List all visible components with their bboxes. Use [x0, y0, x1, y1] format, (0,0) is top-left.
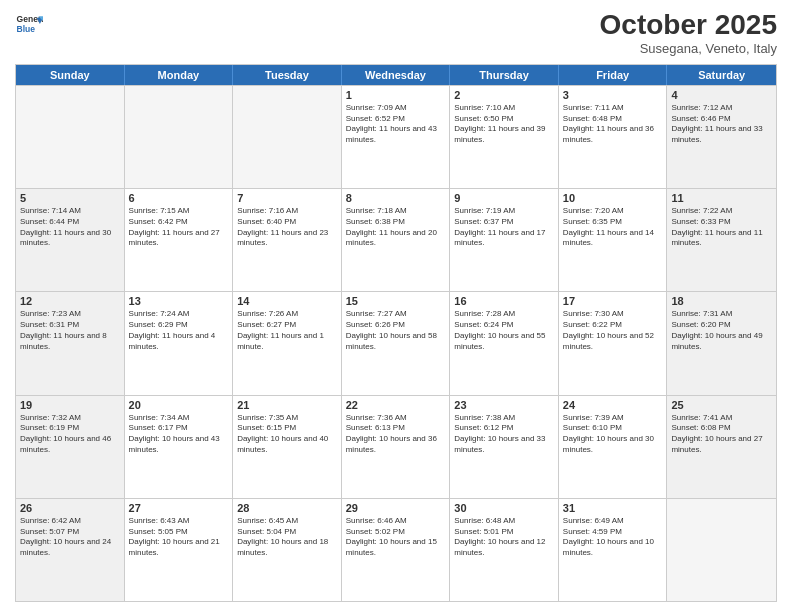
cell-info: Sunrise: 7:22 AM Sunset: 6:33 PM Dayligh…: [671, 206, 772, 249]
day-number: 11: [671, 192, 772, 204]
calendar-cell: 2Sunrise: 7:10 AM Sunset: 6:50 PM Daylig…: [450, 86, 559, 188]
calendar-cell: 18Sunrise: 7:31 AM Sunset: 6:20 PM Dayli…: [667, 292, 776, 394]
cell-info: Sunrise: 6:48 AM Sunset: 5:01 PM Dayligh…: [454, 516, 554, 559]
day-number: 18: [671, 295, 772, 307]
calendar-cell: 20Sunrise: 7:34 AM Sunset: 6:17 PM Dayli…: [125, 396, 234, 498]
day-number: 16: [454, 295, 554, 307]
calendar-cell: 28Sunrise: 6:45 AM Sunset: 5:04 PM Dayli…: [233, 499, 342, 601]
calendar-cell: 31Sunrise: 6:49 AM Sunset: 4:59 PM Dayli…: [559, 499, 668, 601]
cell-info: Sunrise: 7:28 AM Sunset: 6:24 PM Dayligh…: [454, 309, 554, 352]
weekday-header: Tuesday: [233, 65, 342, 85]
cell-info: Sunrise: 7:10 AM Sunset: 6:50 PM Dayligh…: [454, 103, 554, 146]
cell-info: Sunrise: 7:39 AM Sunset: 6:10 PM Dayligh…: [563, 413, 663, 456]
calendar-cell: [667, 499, 776, 601]
cell-info: Sunrise: 7:18 AM Sunset: 6:38 PM Dayligh…: [346, 206, 446, 249]
calendar-cell: [16, 86, 125, 188]
day-number: 25: [671, 399, 772, 411]
calendar-cell: 3Sunrise: 7:11 AM Sunset: 6:48 PM Daylig…: [559, 86, 668, 188]
calendar-cell: [233, 86, 342, 188]
location-subtitle: Susegana, Veneto, Italy: [600, 41, 777, 56]
cell-info: Sunrise: 7:09 AM Sunset: 6:52 PM Dayligh…: [346, 103, 446, 146]
day-number: 2: [454, 89, 554, 101]
calendar-cell: 21Sunrise: 7:35 AM Sunset: 6:15 PM Dayli…: [233, 396, 342, 498]
calendar-row: 19Sunrise: 7:32 AM Sunset: 6:19 PM Dayli…: [16, 395, 776, 498]
cell-info: Sunrise: 6:46 AM Sunset: 5:02 PM Dayligh…: [346, 516, 446, 559]
calendar-cell: 15Sunrise: 7:27 AM Sunset: 6:26 PM Dayli…: [342, 292, 451, 394]
cell-info: Sunrise: 7:31 AM Sunset: 6:20 PM Dayligh…: [671, 309, 772, 352]
calendar-cell: 4Sunrise: 7:12 AM Sunset: 6:46 PM Daylig…: [667, 86, 776, 188]
calendar-cell: [125, 86, 234, 188]
day-number: 17: [563, 295, 663, 307]
svg-text:Blue: Blue: [17, 24, 36, 34]
page: General Blue October 2025 Susegana, Vene…: [0, 0, 792, 612]
cell-info: Sunrise: 7:20 AM Sunset: 6:35 PM Dayligh…: [563, 206, 663, 249]
cell-info: Sunrise: 7:30 AM Sunset: 6:22 PM Dayligh…: [563, 309, 663, 352]
calendar-cell: 8Sunrise: 7:18 AM Sunset: 6:38 PM Daylig…: [342, 189, 451, 291]
cell-info: Sunrise: 7:12 AM Sunset: 6:46 PM Dayligh…: [671, 103, 772, 146]
day-number: 28: [237, 502, 337, 514]
cell-info: Sunrise: 7:19 AM Sunset: 6:37 PM Dayligh…: [454, 206, 554, 249]
calendar-cell: 19Sunrise: 7:32 AM Sunset: 6:19 PM Dayli…: [16, 396, 125, 498]
cell-info: Sunrise: 7:41 AM Sunset: 6:08 PM Dayligh…: [671, 413, 772, 456]
weekday-header: Monday: [125, 65, 234, 85]
cell-info: Sunrise: 7:15 AM Sunset: 6:42 PM Dayligh…: [129, 206, 229, 249]
weekday-header: Thursday: [450, 65, 559, 85]
day-number: 12: [20, 295, 120, 307]
calendar-body: 1Sunrise: 7:09 AM Sunset: 6:52 PM Daylig…: [16, 85, 776, 601]
calendar-row: 12Sunrise: 7:23 AM Sunset: 6:31 PM Dayli…: [16, 291, 776, 394]
day-number: 20: [129, 399, 229, 411]
calendar-row: 26Sunrise: 6:42 AM Sunset: 5:07 PM Dayli…: [16, 498, 776, 601]
weekday-header: Saturday: [667, 65, 776, 85]
day-number: 5: [20, 192, 120, 204]
day-number: 10: [563, 192, 663, 204]
calendar-cell: 5Sunrise: 7:14 AM Sunset: 6:44 PM Daylig…: [16, 189, 125, 291]
weekday-header: Sunday: [16, 65, 125, 85]
calendar-cell: 25Sunrise: 7:41 AM Sunset: 6:08 PM Dayli…: [667, 396, 776, 498]
calendar-cell: 30Sunrise: 6:48 AM Sunset: 5:01 PM Dayli…: [450, 499, 559, 601]
day-number: 29: [346, 502, 446, 514]
calendar-cell: 10Sunrise: 7:20 AM Sunset: 6:35 PM Dayli…: [559, 189, 668, 291]
day-number: 15: [346, 295, 446, 307]
month-title: October 2025: [600, 10, 777, 41]
calendar-cell: 13Sunrise: 7:24 AM Sunset: 6:29 PM Dayli…: [125, 292, 234, 394]
calendar-cell: 12Sunrise: 7:23 AM Sunset: 6:31 PM Dayli…: [16, 292, 125, 394]
calendar-cell: 11Sunrise: 7:22 AM Sunset: 6:33 PM Dayli…: [667, 189, 776, 291]
cell-info: Sunrise: 7:27 AM Sunset: 6:26 PM Dayligh…: [346, 309, 446, 352]
calendar-cell: 1Sunrise: 7:09 AM Sunset: 6:52 PM Daylig…: [342, 86, 451, 188]
cell-info: Sunrise: 6:43 AM Sunset: 5:05 PM Dayligh…: [129, 516, 229, 559]
cell-info: Sunrise: 7:23 AM Sunset: 6:31 PM Dayligh…: [20, 309, 120, 352]
weekday-header: Wednesday: [342, 65, 451, 85]
cell-info: Sunrise: 7:24 AM Sunset: 6:29 PM Dayligh…: [129, 309, 229, 352]
cell-info: Sunrise: 6:49 AM Sunset: 4:59 PM Dayligh…: [563, 516, 663, 559]
cell-info: Sunrise: 6:45 AM Sunset: 5:04 PM Dayligh…: [237, 516, 337, 559]
cell-info: Sunrise: 7:14 AM Sunset: 6:44 PM Dayligh…: [20, 206, 120, 249]
cell-info: Sunrise: 7:32 AM Sunset: 6:19 PM Dayligh…: [20, 413, 120, 456]
logo-icon: General Blue: [15, 10, 43, 38]
calendar-cell: 14Sunrise: 7:26 AM Sunset: 6:27 PM Dayli…: [233, 292, 342, 394]
calendar-header: SundayMondayTuesdayWednesdayThursdayFrid…: [16, 65, 776, 85]
day-number: 31: [563, 502, 663, 514]
calendar-cell: 6Sunrise: 7:15 AM Sunset: 6:42 PM Daylig…: [125, 189, 234, 291]
day-number: 30: [454, 502, 554, 514]
day-number: 4: [671, 89, 772, 101]
day-number: 22: [346, 399, 446, 411]
day-number: 14: [237, 295, 337, 307]
day-number: 9: [454, 192, 554, 204]
calendar-cell: 7Sunrise: 7:16 AM Sunset: 6:40 PM Daylig…: [233, 189, 342, 291]
cell-info: Sunrise: 7:34 AM Sunset: 6:17 PM Dayligh…: [129, 413, 229, 456]
day-number: 1: [346, 89, 446, 101]
calendar-cell: 26Sunrise: 6:42 AM Sunset: 5:07 PM Dayli…: [16, 499, 125, 601]
cell-info: Sunrise: 7:11 AM Sunset: 6:48 PM Dayligh…: [563, 103, 663, 146]
calendar-cell: 23Sunrise: 7:38 AM Sunset: 6:12 PM Dayli…: [450, 396, 559, 498]
day-number: 21: [237, 399, 337, 411]
cell-info: Sunrise: 7:38 AM Sunset: 6:12 PM Dayligh…: [454, 413, 554, 456]
calendar-cell: 17Sunrise: 7:30 AM Sunset: 6:22 PM Dayli…: [559, 292, 668, 394]
cell-info: Sunrise: 7:16 AM Sunset: 6:40 PM Dayligh…: [237, 206, 337, 249]
day-number: 7: [237, 192, 337, 204]
calendar-cell: 9Sunrise: 7:19 AM Sunset: 6:37 PM Daylig…: [450, 189, 559, 291]
title-block: October 2025 Susegana, Veneto, Italy: [600, 10, 777, 56]
calendar-cell: 16Sunrise: 7:28 AM Sunset: 6:24 PM Dayli…: [450, 292, 559, 394]
calendar-cell: 29Sunrise: 6:46 AM Sunset: 5:02 PM Dayli…: [342, 499, 451, 601]
calendar-cell: 24Sunrise: 7:39 AM Sunset: 6:10 PM Dayli…: [559, 396, 668, 498]
day-number: 26: [20, 502, 120, 514]
